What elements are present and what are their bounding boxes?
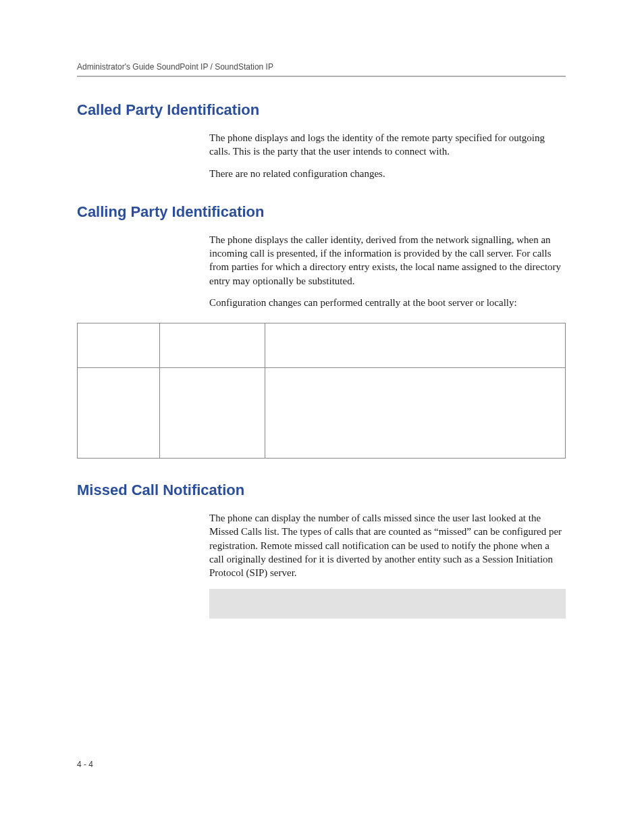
page-number: 4 - 4 [77, 760, 93, 769]
header-rule [77, 76, 566, 77]
para: The phone displays the caller identity, … [209, 233, 566, 288]
section-calling-party: Calling Party Identification The phone d… [77, 203, 566, 459]
heading-called-party: Called Party Identification [77, 101, 566, 119]
table-cell [78, 323, 160, 368]
para: The phone can display the number of call… [209, 511, 566, 579]
section-called-party: Called Party Identification The phone di… [77, 101, 566, 180]
running-header: Administrator's Guide SoundPoint IP / So… [77, 62, 566, 72]
heading-missed-call: Missed Call Notification [77, 481, 566, 499]
note-block [209, 589, 566, 619]
para: There are no related configuration chang… [209, 167, 566, 180]
para: The phone displays and logs the identity… [209, 131, 566, 159]
heading-calling-party: Calling Party Identification [77, 203, 566, 221]
body-calling-party: The phone displays the caller identity, … [209, 233, 566, 309]
table-cell [159, 323, 265, 368]
body-missed-call: The phone can display the number of call… [209, 511, 566, 579]
table-header-row [78, 323, 566, 368]
section-missed-call: Missed Call Notification The phone can d… [77, 481, 566, 619]
table-cell [78, 368, 160, 459]
body-called-party: The phone displays and logs the identity… [209, 131, 566, 180]
para: Configuration changes can performed cent… [209, 296, 566, 309]
table-cell [159, 368, 265, 459]
table-body-row [78, 368, 566, 459]
page-content: Administrator's Guide SoundPoint IP / So… [0, 0, 644, 619]
config-table [77, 323, 566, 459]
table-cell [265, 323, 565, 368]
table-cell [265, 368, 565, 459]
